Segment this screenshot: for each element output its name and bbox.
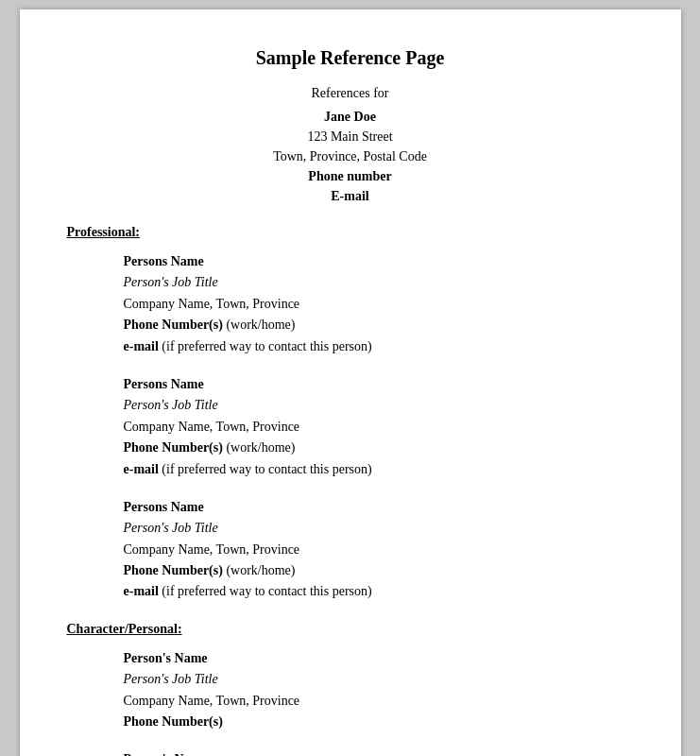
references-for-label: References for xyxy=(67,86,634,101)
person-name: Persons Name xyxy=(124,251,634,272)
person-name: Person's Name xyxy=(124,749,634,756)
email-label: e-mail xyxy=(124,339,159,353)
page-title: Sample Reference Page xyxy=(67,47,634,69)
job-title: Person's Job Title xyxy=(124,272,634,293)
reference-entry-prof-2: Persons Name Person's Job Title Company … xyxy=(124,374,634,480)
phone-label: Phone Number(s) xyxy=(124,318,223,332)
phone-line: Phone Number(s) (work/home) xyxy=(124,438,634,458)
reference-entry-char-2: Person's Name Person's Job Title Company… xyxy=(124,749,634,756)
email-label: e-mail xyxy=(124,584,159,598)
reference-entry-prof-3: Persons Name Person's Job Title Company … xyxy=(124,497,634,603)
header-email: E-mail xyxy=(67,186,634,206)
company: Company Name, Town, Province xyxy=(124,417,634,438)
company: Company Name, Town, Province xyxy=(124,294,634,315)
header-name: Jane Doe xyxy=(67,107,634,127)
person-name: Persons Name xyxy=(124,374,634,395)
email-line: e-mail (if preferred way to contact this… xyxy=(124,336,634,357)
job-title: Person's Job Title xyxy=(124,395,634,416)
company: Company Name, Town, Province xyxy=(124,691,634,712)
section-heading-professional: Professional: xyxy=(67,225,634,240)
person-name: Person's Name xyxy=(124,648,634,669)
document-page: Sample Reference Page References for Jan… xyxy=(20,9,681,756)
email-suffix: (if preferred way to contact this person… xyxy=(162,339,371,353)
phone-label: Phone Number(s) xyxy=(124,440,223,455)
phone-suffix: (work/home) xyxy=(226,440,295,455)
phone-suffix: (work/home) xyxy=(226,563,295,577)
phone-suffix: (work/home) xyxy=(226,318,295,332)
email-line: e-mail (if preferred way to contact this… xyxy=(124,581,634,602)
job-title: Person's Job Title xyxy=(124,518,634,539)
email-line: e-mail (if preferred way to contact this… xyxy=(124,459,634,480)
phone-line: Phone Number(s) (work/home) xyxy=(124,560,634,581)
header-address: 123 Main Street xyxy=(67,127,634,146)
header-town: Town, Province, Postal Code xyxy=(67,146,634,166)
email-label: e-mail xyxy=(124,462,159,476)
phone-label: Phone Number(s) xyxy=(124,714,223,729)
person-name: Persons Name xyxy=(124,497,634,518)
phone-line: Phone Number(s) (work/home) xyxy=(124,315,634,335)
section-heading-character: Character/Personal: xyxy=(67,622,634,637)
email-suffix: (if preferred way to contact this person… xyxy=(162,584,371,598)
email-suffix: (if preferred way to contact this person… xyxy=(162,462,371,476)
reference-entry-char-1: Person's Name Person's Job Title Company… xyxy=(124,648,634,733)
reference-entry-prof-1: Persons Name Person's Job Title Company … xyxy=(124,251,634,357)
job-title: Person's Job Title xyxy=(124,669,634,690)
header-phone: Phone number xyxy=(67,166,634,186)
phone-line: Phone Number(s) xyxy=(124,712,634,732)
header-block: Jane Doe 123 Main Street Town, Province,… xyxy=(67,107,634,206)
phone-label: Phone Number(s) xyxy=(124,563,223,577)
company: Company Name, Town, Province xyxy=(124,540,634,560)
